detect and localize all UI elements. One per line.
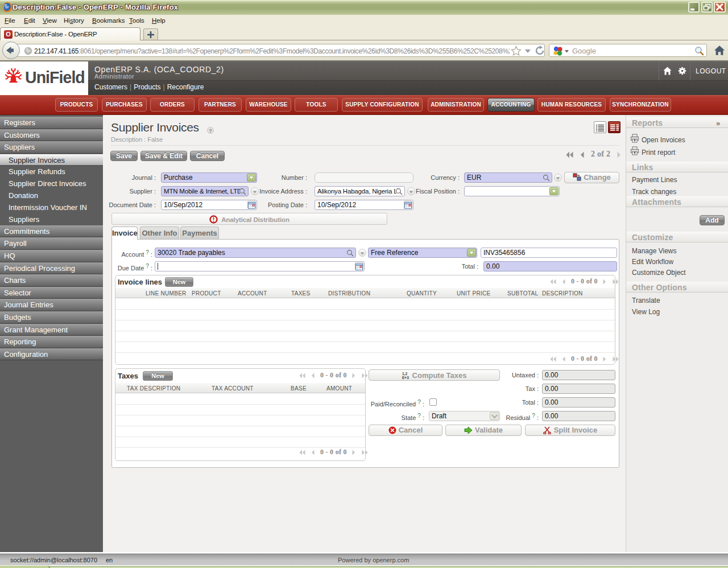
svg-text:E+3: E+3 <box>402 376 409 380</box>
